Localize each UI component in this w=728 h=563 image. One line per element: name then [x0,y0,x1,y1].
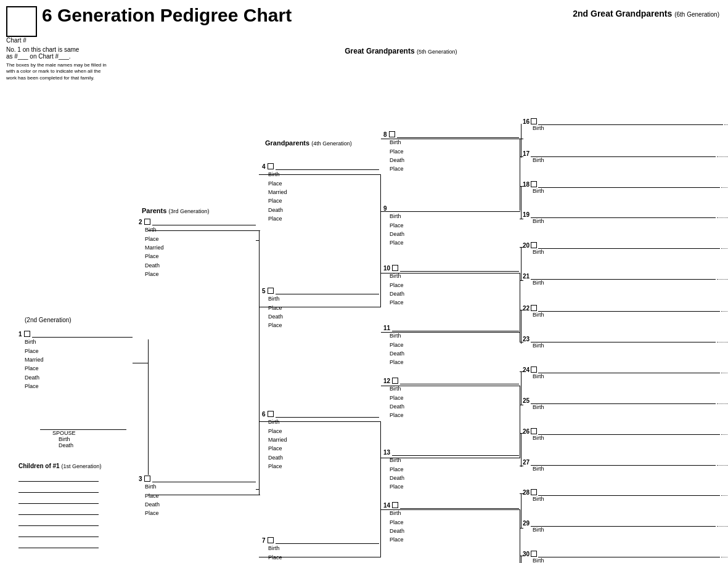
h-7 [259,557,381,557]
v-line-3b [380,421,381,557]
6th-gen-label: 2nd Great Grandparents (6th Generation) [573,9,719,18]
person-25: 25 Birth [523,397,728,410]
person-5: 5 Birth Place Death Place [262,287,379,330]
boxes-note: The boxes by the male names may be fille… [6,62,108,81]
chart-area: Parents (3rd Generation) Grandparents (4… [6,84,721,563]
v-line-3a [380,174,381,307]
person-28: 28 Birth [523,488,728,502]
v-16-17 [521,124,521,158]
hc-721 [520,528,523,529]
hc-665 [520,493,523,494]
chart-hash-label: Chart # [6,37,27,44]
hc-467 [520,371,523,372]
person-21: 21 Birth [523,272,728,286]
v-4d [520,509,520,563]
v-line-1 [148,339,149,475]
h-10 [381,273,520,273]
children-section: Children of #1 (1st Generation) [18,463,102,549]
grandparents-gen-label: Grandparents (4th Generation) [265,139,352,147]
hc-419 [520,342,523,342]
person-16: 16 Birth [523,118,728,131]
person-18: 18 Birth [523,180,728,194]
hc-766 [520,556,523,556]
hc-567 [520,433,523,434]
h-line-1 [133,363,148,363]
hc-166 [520,186,523,187]
spouse-block: SPOUSE Birth Death [40,423,126,448]
person-12: 12 Birth Place Death Place [383,377,519,420]
h-3-conn [256,489,259,490]
v-4a [520,139,520,211]
h-4 [259,174,381,175]
hc-620 [520,466,523,466]
hc-89 [520,139,523,139]
h-6 [259,421,381,422]
person-24: 24 Birth [523,366,728,379]
h-line-to-3 [148,495,260,495]
5th-gen-label: Great Grandparents (5th Generation) [345,47,457,55]
person-13: 13 Birth Place Death Place [383,448,519,492]
v-4c [520,386,520,458]
person-1: 1 Birth Place Married Place Death Place [18,330,133,391]
h-11 [381,332,520,333]
h-8 [381,139,520,139]
parents-gen-label: Parents (3rd Generation) [142,207,209,214]
person-11: 11 Birth Place Death Place [383,324,519,367]
hc-219 [520,219,523,219]
person-30: 30 Birth [523,550,728,563]
h-5 [259,307,381,307]
person-29: 29 Birth [523,519,728,533]
gen-labels: 2nd Great Grandparents (6th Generation) … [573,9,719,18]
hc-265 [520,247,523,248]
person-23: 23 Birth [523,335,728,349]
person-17: 17 Birth [523,150,728,163]
v-24-25 [521,371,521,405]
hc-521 [520,405,523,405]
v-line-2 [259,230,260,495]
person-10: 10 Birth Place Death Place [383,264,519,307]
v-26-27 [521,433,521,467]
hc-367 [520,310,523,310]
person-22: 22 Birth [523,304,728,318]
hc-118 [520,156,523,157]
person-19: 19 Birth [523,211,728,224]
v-20-21 [521,247,521,281]
h-2-conn [256,240,259,241]
person-2: 2 Birth Place Married Place Death Place [139,218,256,278]
h-line-to-2 [148,230,260,231]
v-22-23 [521,310,521,344]
person-6: 6 Birth Place Married Place Death Place [262,410,379,471]
person-20: 20 Birth [523,241,728,255]
page: Chart # 6 Generation Pedigree Chart 2nd … [0,0,728,563]
person-14: 14 Birth Place Death Place [383,501,519,545]
h-12 [381,386,520,386]
hc-319 [520,280,523,281]
v-18-19 [521,186,521,219]
person-8: 8 Birth Place Death Place [383,131,519,174]
person-26: 26 Birth [523,427,728,441]
v-30-31 [521,556,521,563]
person-3: 3 Birth Place Death Place [139,475,256,518]
chart-box [6,6,37,37]
2nd-gen-label: (2nd Generation) [25,317,72,323]
person-27: 27 Birth [523,458,728,472]
h-9 [381,211,520,212]
page-title: 6 Generation Pedigree Chart [42,6,292,25]
h-14 [381,509,520,510]
v-28-29 [521,493,521,528]
person-7: 7 Birth Place Death Place [262,537,379,563]
person-4: 4 Birth Place Married Place Death Place [262,163,379,223]
h-13 [381,458,520,458]
